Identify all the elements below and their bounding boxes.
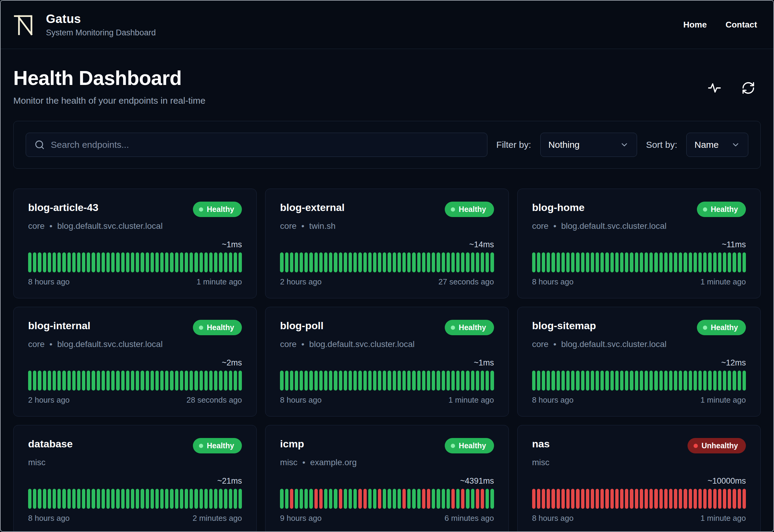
uptime-bar[interactable]	[97, 252, 100, 272]
uptime-bar[interactable]	[126, 252, 129, 272]
uptime-bar[interactable]	[476, 252, 479, 272]
uptime-bar[interactable]	[344, 489, 347, 509]
uptime-bar[interactable]	[461, 252, 464, 272]
uptime-bar[interactable]	[33, 252, 36, 272]
uptime-bar[interactable]	[309, 252, 313, 272]
uptime-bar[interactable]	[324, 489, 327, 509]
uptime-bar[interactable]	[743, 489, 746, 509]
uptime-bar[interactable]	[728, 252, 731, 272]
uptime-bar[interactable]	[155, 371, 159, 391]
uptime-bar[interactable]	[48, 489, 51, 509]
uptime-bar[interactable]	[427, 371, 430, 391]
uptime-bar[interactable]	[234, 252, 237, 272]
uptime-bar[interactable]	[422, 252, 425, 272]
uptime-bar[interactable]	[407, 252, 411, 272]
uptime-bar[interactable]	[121, 371, 125, 391]
uptime-bar[interactable]	[72, 371, 76, 391]
uptime-bar[interactable]	[77, 371, 80, 391]
uptime-bar[interactable]	[537, 371, 540, 391]
uptime-bar[interactable]	[713, 252, 717, 272]
uptime-bar[interactable]	[571, 489, 574, 509]
uptime-bar[interactable]	[28, 371, 31, 391]
uptime-bar[interactable]	[349, 252, 352, 272]
uptime-bar[interactable]	[121, 489, 125, 509]
uptime-bar[interactable]	[280, 252, 283, 272]
endpoint-card[interactable]: blog-external Healthy core • twin.sh ~14…	[265, 189, 509, 298]
uptime-bar[interactable]	[72, 489, 76, 509]
uptime-bar[interactable]	[547, 489, 550, 509]
uptime-bar[interactable]	[67, 371, 71, 391]
uptime-bar[interactable]	[344, 371, 347, 391]
uptime-bar[interactable]	[180, 252, 183, 272]
uptime-bar[interactable]	[694, 489, 697, 509]
uptime-bar[interactable]	[427, 252, 430, 272]
uptime-bar[interactable]	[600, 252, 604, 272]
uptime-bar[interactable]	[615, 252, 619, 272]
search-box[interactable]	[26, 133, 487, 157]
uptime-bar[interactable]	[239, 489, 242, 509]
uptime-bar[interactable]	[447, 371, 450, 391]
search-input[interactable]	[51, 140, 479, 150]
uptime-bar[interactable]	[339, 252, 342, 272]
uptime-bar[interactable]	[456, 371, 460, 391]
uptime-bar[interactable]	[334, 252, 337, 272]
uptime-bar[interactable]	[635, 252, 638, 272]
uptime-bar[interactable]	[451, 489, 455, 509]
uptime-bar[interactable]	[353, 489, 357, 509]
uptime-bar[interactable]	[625, 489, 628, 509]
uptime-bar[interactable]	[349, 371, 352, 391]
uptime-bar[interactable]	[219, 371, 222, 391]
uptime-bar[interactable]	[437, 371, 440, 391]
uptime-bar[interactable]	[224, 371, 227, 391]
uptime-bar[interactable]	[82, 252, 85, 272]
uptime-bar[interactable]	[48, 252, 51, 272]
endpoint-card[interactable]: blog-poll Healthy core • blog.default.sv…	[265, 307, 509, 417]
uptime-bar[interactable]	[72, 252, 76, 272]
uptime-bar[interactable]	[466, 252, 469, 272]
uptime-bar[interactable]	[300, 252, 303, 272]
uptime-bar[interactable]	[175, 252, 178, 272]
uptime-bar[interactable]	[532, 252, 535, 272]
uptime-bar[interactable]	[224, 489, 227, 509]
uptime-bar[interactable]	[486, 252, 489, 272]
uptime-bar[interactable]	[723, 489, 726, 509]
uptime-bar[interactable]	[239, 371, 242, 391]
uptime-bar[interactable]	[718, 371, 721, 391]
uptime-bar[interactable]	[635, 489, 638, 509]
uptime-bar[interactable]	[290, 489, 293, 509]
uptime-bar[interactable]	[561, 371, 565, 391]
uptime-bar[interactable]	[62, 489, 66, 509]
uptime-bar[interactable]	[610, 489, 614, 509]
uptime-bar[interactable]	[684, 489, 687, 509]
uptime-bar[interactable]	[733, 252, 736, 272]
uptime-bar[interactable]	[635, 371, 638, 391]
uptime-bar[interactable]	[368, 371, 372, 391]
uptime-bar[interactable]	[674, 252, 677, 272]
uptime-bar[interactable]	[571, 252, 574, 272]
uptime-bar[interactable]	[239, 252, 242, 272]
uptime-bar[interactable]	[165, 252, 168, 272]
uptime-bar[interactable]	[151, 252, 154, 272]
uptime-bar[interactable]	[62, 252, 66, 272]
uptime-bar[interactable]	[53, 252, 56, 272]
uptime-bar[interactable]	[471, 252, 474, 272]
uptime-bar[interactable]	[373, 489, 376, 509]
uptime-bar[interactable]	[285, 252, 288, 272]
uptime-bar[interactable]	[708, 252, 711, 272]
uptime-bar[interactable]	[718, 489, 721, 509]
uptime-bar[interactable]	[432, 371, 435, 391]
uptime-bar[interactable]	[363, 371, 367, 391]
endpoint-card[interactable]: blog-internal Healthy core • blog.defaul…	[13, 307, 257, 417]
uptime-bar[interactable]	[185, 371, 188, 391]
uptime-bar[interactable]	[689, 252, 692, 272]
uptime-bar[interactable]	[290, 371, 293, 391]
uptime-bar[interactable]	[708, 489, 711, 509]
uptime-bar[interactable]	[654, 371, 658, 391]
uptime-bar[interactable]	[383, 252, 386, 272]
uptime-bar[interactable]	[486, 489, 489, 509]
uptime-bar[interactable]	[229, 489, 232, 509]
uptime-bar[interactable]	[304, 252, 308, 272]
uptime-bar[interactable]	[87, 371, 90, 391]
uptime-bar[interactable]	[481, 371, 484, 391]
uptime-bar[interactable]	[620, 252, 623, 272]
